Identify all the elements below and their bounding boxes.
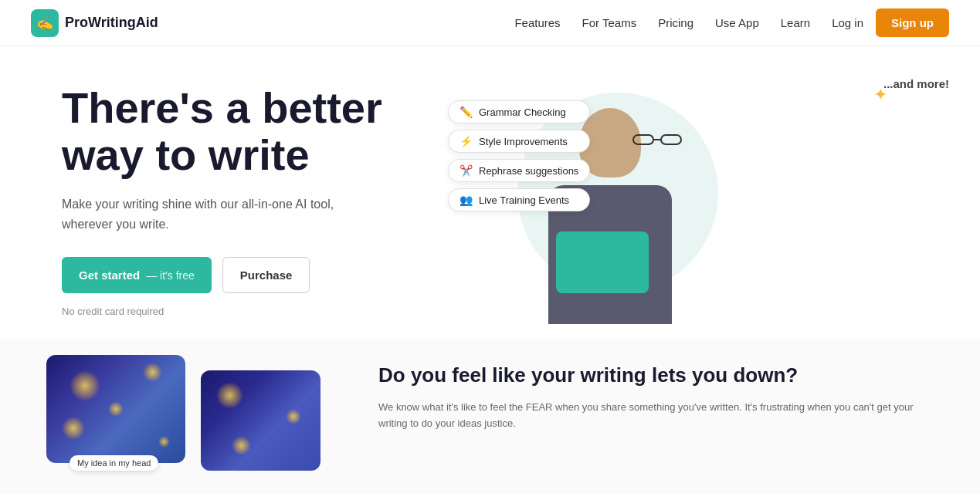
image-stack: My idea in my head [46,355,317,478]
swirl-f1 [216,382,243,409]
logo-text: ProWritingAid [65,15,158,31]
nav-pricing[interactable]: Pricing [658,16,693,29]
swirl-3 [108,401,124,417]
hero-section: There's a better way to write Make your … [0,46,980,340]
nav-use-app[interactable]: Use App [715,16,759,29]
navbar: ✍ ProWritingAid Features For Teams Prici… [0,0,980,46]
nav-links: Features For Teams Pricing Use App Learn [514,16,810,30]
rephrase-icon: ✂️ [459,164,473,177]
and-more-text: ...and more! [883,77,949,90]
hero-title: There's a better way to write [62,84,494,179]
logo-icon: ✍ [31,9,59,37]
laptop [556,231,649,293]
style-icon: ⚡ [459,135,473,147]
hero-buttons: Get started — it's free Purchase [62,257,494,293]
login-button[interactable]: Log in [832,16,863,29]
logo-link[interactable]: ✍ ProWritingAid [31,9,158,37]
swirl-1 [70,370,100,401]
swirl-f3 [232,436,251,455]
second-section-title: Do you feel like your writing lets you d… [378,363,918,389]
hero-illustration: ✏️ Grammar Checking ⚡ Style Improvements… [494,77,934,324]
second-section: My idea in my head Do you feel like your… [0,340,980,494]
nav-features[interactable]: Features [514,16,560,29]
hero-left: There's a better way to write Make your … [62,84,494,317]
nav-for-teams[interactable]: For Teams [582,16,637,29]
no-credit-text: No credit card required [62,306,494,317]
swirl-4 [62,417,85,440]
training-icon: 👥 [459,194,473,206]
bubble-grammar: ✏️ Grammar Checking [448,100,590,123]
second-right: Do you feel like your writing lets you d… [378,355,918,431]
svg-rect-1 [661,135,681,144]
swirl-5 [158,436,170,448]
bubble-style: ⚡ Style Improvements [448,130,590,153]
nav-learn[interactable]: Learn [781,16,810,29]
hero-subtitle: Make your writing shine with our all-in-… [62,194,371,234]
second-section-desc: We know what it's like to feel the FEAR … [378,400,918,432]
svg-rect-0 [633,135,653,144]
bubble-rephrase: ✂️ Rephrase suggestions [448,159,590,182]
idea-chip: My idea in my head [70,455,158,471]
signup-button[interactable]: Sign up [876,8,949,37]
nav-cta-group: Log in Sign up [832,8,949,37]
feature-bubbles: ✏️ Grammar Checking ⚡ Style Improvements… [448,100,590,211]
get-started-button[interactable]: Get started — it's free [62,257,212,293]
bubble-training: 👥 Live Training Events [448,188,590,211]
swirl-2 [143,363,162,382]
star-decoration: ✦ [873,85,887,105]
grammar-icon: ✏️ [459,106,473,118]
person-glasses [632,131,683,147]
starry-night-card-front [201,370,320,471]
starry-night-card-back [46,355,185,463]
purchase-button[interactable]: Purchase [222,257,310,293]
swirl-f2 [286,409,301,424]
